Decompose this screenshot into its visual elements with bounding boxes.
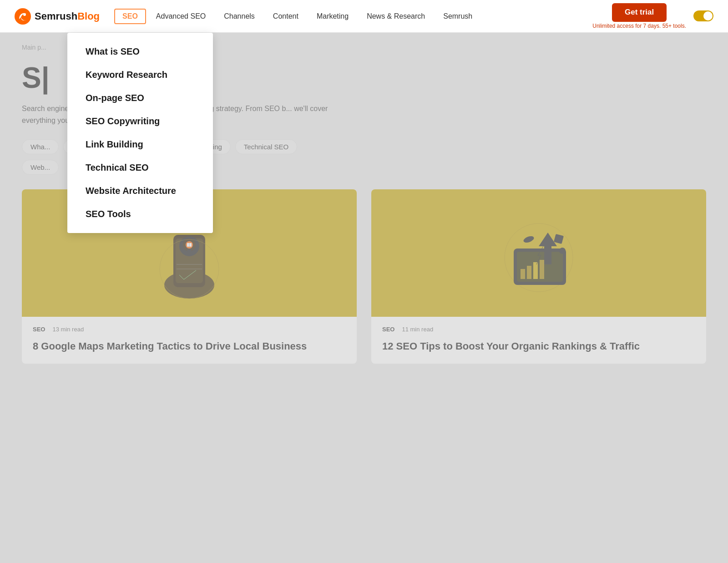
dropdown-item-seo-copywriting[interactable]: SEO Copywriting <box>67 110 213 133</box>
dropdown-item-what-is-seo[interactable]: What is SEO <box>67 40 213 63</box>
logo-area[interactable]: SemrushBlog <box>15 8 100 25</box>
seo-dropdown-menu: What is SEO Keyword Research On-page SEO… <box>67 33 213 233</box>
svg-point-0 <box>15 8 31 25</box>
toggle-knob <box>703 11 713 20</box>
nav-item-news-research[interactable]: News & Research <box>359 9 433 24</box>
dropdown-item-seo-tools[interactable]: SEO Tools <box>67 203 213 226</box>
dropdown-item-keyword-research[interactable]: Keyword Research <box>67 63 213 86</box>
nav-item-advanced-seo[interactable]: Advanced SEO <box>148 9 214 24</box>
nav-item-semrush[interactable]: Semrush <box>435 9 480 24</box>
svg-point-1 <box>23 13 26 16</box>
nav-item-content[interactable]: Content <box>265 9 307 24</box>
logo-text: SemrushBlog <box>35 10 100 22</box>
nav-item-marketing[interactable]: Marketing <box>308 9 357 24</box>
dropdown-item-on-page-seo[interactable]: On-page SEO <box>67 86 213 110</box>
get-trial-button[interactable]: Get trial <box>612 3 667 21</box>
header-right: Get trial Unlimited access for 7 days. 5… <box>592 3 713 29</box>
nav-item-channels[interactable]: Channels <box>216 9 263 24</box>
dropdown-item-website-architecture[interactable]: Website Architecture <box>67 179 213 203</box>
semrush-logo-icon <box>15 8 31 25</box>
nav-item-seo[interactable]: SEO <box>114 9 146 24</box>
theme-toggle[interactable] <box>693 10 713 21</box>
dropdown-item-link-building[interactable]: Link Building <box>67 133 213 156</box>
main-nav: SEO Advanced SEO Channels Content Market… <box>114 9 592 24</box>
trial-subtitle: Unlimited access for 7 days. 55+ tools. <box>592 23 686 29</box>
dropdown-item-technical-seo[interactable]: Technical SEO <box>67 156 213 179</box>
trial-wrapper: Get trial Unlimited access for 7 days. 5… <box>592 3 686 29</box>
site-header: SemrushBlog SEO Advanced SEO Channels Co… <box>0 0 728 33</box>
